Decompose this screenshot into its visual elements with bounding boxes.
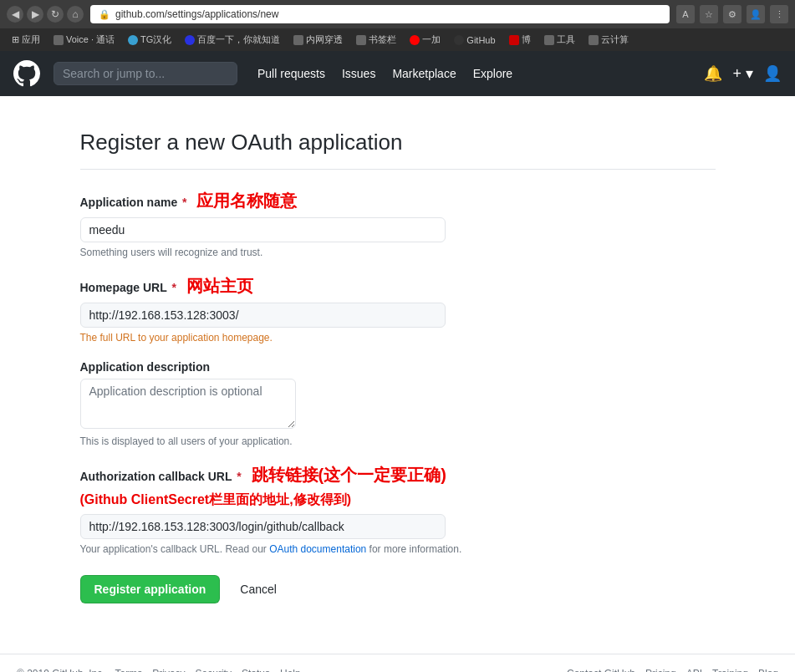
bookmark-baidu[interactable]: 百度一下，你就知道 <box>180 32 285 48</box>
nav-pull-requests[interactable]: Pull requests <box>257 67 325 80</box>
bookmark-tg[interactable]: TG汉化 <box>123 32 176 48</box>
nav-explore[interactable]: Explore <box>473 67 512 80</box>
footer-left: © 2019 GitHub, Inc. Terms Privacy Securi… <box>17 668 301 672</box>
bookmark-label: 博 <box>522 33 531 46</box>
voice-favicon <box>54 35 64 45</box>
footer-training[interactable]: Training <box>712 668 748 672</box>
browser-nav-buttons: ◀ ▶ ↻ ⌂ <box>7 6 84 23</box>
bookmark-apps[interactable]: ⊞ 应用 <box>7 32 45 48</box>
required-star-url: * <box>171 281 176 294</box>
app-name-group: Application name * 应用名称随意 Something user… <box>80 190 716 258</box>
homepage-url-label: Homepage URL * 网站主页 <box>80 275 716 298</box>
tools-favicon <box>544 35 554 45</box>
header-right: 🔔 + ▾ 👤 <box>704 64 782 83</box>
refresh-button[interactable]: ↻ <box>47 6 64 23</box>
page-title: Register a new OAuth application <box>80 130 716 170</box>
app-name-hint: Something users will recognize and trust… <box>80 247 716 258</box>
footer-privacy[interactable]: Privacy <box>152 668 185 672</box>
github-favicon <box>454 35 464 45</box>
apps-icon: ⊞ <box>12 34 19 45</box>
footer-security[interactable]: Security <box>196 668 232 672</box>
bookmark-bo[interactable]: 博 <box>504 32 536 48</box>
notifications-button[interactable]: 🔔 <box>704 64 722 83</box>
app-desc-group: Application description This is displaye… <box>80 360 716 447</box>
bo-favicon <box>509 35 519 45</box>
homepage-url-input[interactable] <box>80 303 446 328</box>
bookmark-icon[interactable]: ☆ <box>700 5 718 23</box>
bookmark-label: 书签栏 <box>369 33 396 46</box>
url-text: github.com/settings/applications/new <box>115 8 278 20</box>
address-bar[interactable]: 🔒 github.com/settings/applications/new <box>90 5 670 23</box>
nav-issues[interactable]: Issues <box>342 67 375 80</box>
bookmark-label: 云计算 <box>601 33 629 46</box>
bookmarks-favicon <box>356 35 366 45</box>
bookmark-github[interactable]: GitHub <box>449 33 500 47</box>
footer-status[interactable]: Status <box>242 668 270 672</box>
app-desc-textarea[interactable] <box>80 379 296 429</box>
homepage-url-group: Homepage URL * 网站主页 The full URL to your… <box>80 275 716 344</box>
footer-terms[interactable]: Terms <box>115 668 143 672</box>
tunnel-favicon <box>293 35 303 45</box>
callback-url-label: Authorization callback URL * 跳转链接(这个一定要正… <box>80 464 716 486</box>
bookmark-voice[interactable]: Voice · 通话 <box>48 32 120 48</box>
oauth-doc-link[interactable]: OAuth documentation <box>269 543 366 555</box>
home-button[interactable]: ⌂ <box>67 6 84 23</box>
nav-marketplace[interactable]: Marketplace <box>392 67 456 80</box>
bookmark-label: GitHub <box>466 35 495 45</box>
profile-icon[interactable]: 👤 <box>747 5 765 23</box>
annotation-secret: (Github ClientSecret栏里面的地址,修改得到) <box>80 491 716 509</box>
menu-icon[interactable]: ⋮ <box>770 5 788 23</box>
app-name-input[interactable] <box>80 217 446 242</box>
register-button[interactable]: Register application <box>80 575 221 603</box>
avatar-button[interactable]: 👤 <box>763 64 782 83</box>
new-menu-button[interactable]: + ▾ <box>732 64 753 83</box>
bookmark-cloud[interactable]: 云计算 <box>584 32 634 48</box>
oneplus-favicon <box>410 35 420 45</box>
app-desc-hint: This is displayed to all users of your a… <box>80 435 716 447</box>
footer-contact-github[interactable]: Contact GitHub <box>567 668 635 672</box>
tg-favicon <box>128 35 138 45</box>
cancel-button[interactable]: Cancel <box>230 576 287 603</box>
bookmark-tunnel[interactable]: 内网穿透 <box>288 32 348 48</box>
bookmark-tools[interactable]: 工具 <box>539 32 580 48</box>
bookmark-bookmarks[interactable]: 书签栏 <box>351 32 401 48</box>
homepage-url-hint: The full URL to your application homepag… <box>80 332 716 344</box>
bookmark-label: 一加 <box>422 33 441 46</box>
footer-blog[interactable]: Blog <box>758 668 778 672</box>
bookmark-label: Voice · 通话 <box>66 33 115 46</box>
bookmark-oneplus[interactable]: 一加 <box>405 32 446 48</box>
annotation-app-name: 应用名称随意 <box>196 191 297 210</box>
extensions-icon[interactable]: ⚙ <box>723 5 741 23</box>
required-star: * <box>182 196 186 209</box>
callback-url-group: Authorization callback URL * 跳转链接(这个一定要正… <box>80 464 716 555</box>
browser-actions: A ☆ ⚙ 👤 ⋮ <box>676 5 788 23</box>
search-box[interactable] <box>54 62 237 85</box>
required-star-callback: * <box>237 470 241 483</box>
github-logo[interactable] <box>13 60 40 87</box>
app-name-label: Application name * 应用名称随意 <box>80 190 716 212</box>
footer: © 2019 GitHub, Inc. Terms Privacy Securi… <box>0 654 795 672</box>
github-nav: Pull requests Issues Marketplace Explore <box>257 67 512 80</box>
bookmarks-bar: ⊞ 应用 Voice · 通话 TG汉化 百度一下，你就知道 内网穿透 书签栏 … <box>0 28 795 51</box>
browser-chrome: ◀ ▶ ↻ ⌂ 🔒 github.com/settings/applicatio… <box>0 0 795 28</box>
footer-copyright: © 2019 GitHub, Inc. <box>17 668 105 672</box>
baidu-favicon <box>185 35 195 45</box>
forward-button[interactable]: ▶ <box>27 6 43 23</box>
bookmark-label: 工具 <box>557 33 575 46</box>
footer-help[interactable]: Help <box>280 668 301 672</box>
annotation-homepage: 网站主页 <box>186 277 253 295</box>
callback-url-input[interactable] <box>80 514 446 539</box>
github-header: Pull requests Issues Marketplace Explore… <box>0 51 795 96</box>
back-button[interactable]: ◀ <box>7 6 23 23</box>
form-buttons: Register application Cancel <box>80 575 716 603</box>
app-desc-label: Application description <box>80 360 716 374</box>
lock-icon: 🔒 <box>99 9 110 20</box>
footer-pricing[interactable]: Pricing <box>645 668 676 672</box>
main-content: Register a new OAuth application Applica… <box>64 96 732 654</box>
translate-icon[interactable]: A <box>676 5 695 23</box>
footer-api[interactable]: API <box>686 668 702 672</box>
annotation-jump: 跳转链接(这个一定要正确) <box>252 466 446 484</box>
bookmark-label: 内网穿透 <box>306 33 343 46</box>
bookmark-label: 百度一下，你就知道 <box>197 33 280 46</box>
search-input[interactable] <box>54 62 237 85</box>
